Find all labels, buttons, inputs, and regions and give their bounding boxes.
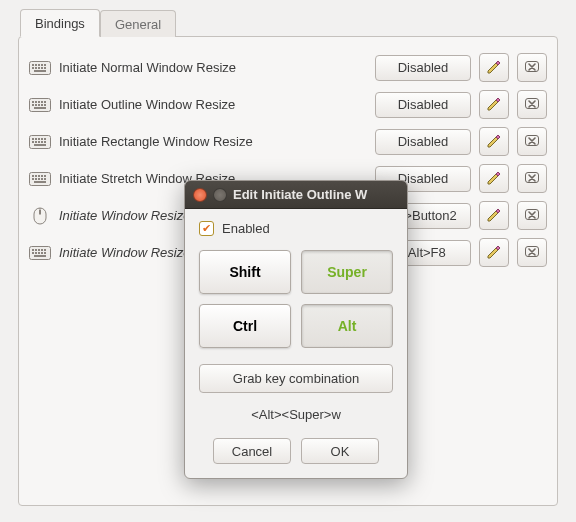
dialog-title: Edit Initiate Outline W — [233, 187, 367, 202]
clear-binding-button[interactable] — [517, 127, 547, 156]
svg-rect-24 — [34, 107, 46, 109]
svg-rect-18 — [44, 101, 46, 103]
edit-binding-button[interactable] — [479, 201, 509, 230]
svg-rect-45 — [32, 178, 34, 180]
enabled-checkbox[interactable]: ✔ — [199, 221, 214, 236]
modifier-ctrl-button[interactable]: Ctrl — [199, 304, 291, 348]
clear-binding-button[interactable] — [517, 53, 547, 82]
svg-rect-66 — [44, 252, 46, 254]
pencil-icon — [486, 58, 502, 77]
svg-rect-15 — [35, 101, 37, 103]
edit-binding-button[interactable] — [479, 238, 509, 267]
svg-rect-43 — [41, 175, 43, 177]
pencil-icon — [486, 132, 502, 151]
svg-rect-36 — [44, 141, 46, 143]
svg-rect-58 — [35, 249, 37, 251]
edit-binding-button[interactable] — [479, 53, 509, 82]
binding-row: Initiate Outline Window ResizeDisabled — [29, 86, 547, 123]
tab-bindings[interactable]: Bindings — [20, 9, 100, 37]
svg-rect-42 — [38, 175, 40, 177]
pencil-icon — [486, 169, 502, 188]
svg-rect-31 — [44, 138, 46, 140]
edit-binding-button[interactable] — [479, 164, 509, 193]
keyboard-icon — [29, 133, 51, 151]
binding-row: Initiate Rectangle Window ResizeDisabled — [29, 123, 547, 160]
cancel-button[interactable]: Cancel — [213, 438, 291, 464]
svg-rect-27 — [32, 138, 34, 140]
clear-binding-button[interactable] — [517, 90, 547, 119]
clear-icon — [524, 58, 540, 77]
ok-button[interactable]: OK — [301, 438, 379, 464]
binding-label: Initiate Normal Window Resize — [59, 60, 367, 75]
dialog-titlebar: Edit Initiate Outline W — [185, 181, 407, 209]
clear-binding-button[interactable] — [517, 238, 547, 267]
svg-rect-33 — [35, 141, 37, 143]
dialog-body: ✔ Enabled Shift Super Ctrl Alt Grab key … — [185, 209, 407, 478]
svg-rect-23 — [44, 104, 46, 106]
svg-rect-22 — [41, 104, 43, 106]
tab-general[interactable]: General — [100, 10, 176, 37]
svg-rect-54 — [39, 210, 41, 214]
binding-value-button[interactable]: Disabled — [375, 92, 471, 118]
svg-rect-30 — [41, 138, 43, 140]
svg-rect-41 — [35, 175, 37, 177]
edit-binding-button[interactable] — [479, 90, 509, 119]
clear-icon — [524, 243, 540, 262]
svg-rect-35 — [41, 141, 43, 143]
keyboard-icon — [29, 59, 51, 77]
key-combination-display: <Alt><Super>w — [199, 407, 393, 422]
svg-rect-2 — [35, 64, 37, 66]
svg-rect-64 — [38, 252, 40, 254]
svg-rect-37 — [34, 144, 46, 146]
edit-binding-button[interactable] — [479, 127, 509, 156]
svg-rect-10 — [44, 67, 46, 69]
binding-label: Initiate Outline Window Resize — [59, 97, 367, 112]
svg-rect-46 — [35, 178, 37, 180]
svg-rect-9 — [41, 67, 43, 69]
binding-value-button[interactable]: Disabled — [375, 129, 471, 155]
svg-rect-17 — [41, 101, 43, 103]
keyboard-icon — [29, 96, 51, 114]
keyboard-icon — [29, 244, 51, 262]
modifier-super-button[interactable]: Super — [301, 250, 393, 294]
svg-rect-19 — [32, 104, 34, 106]
svg-rect-8 — [38, 67, 40, 69]
svg-rect-5 — [44, 64, 46, 66]
clear-binding-button[interactable] — [517, 164, 547, 193]
svg-rect-16 — [38, 101, 40, 103]
close-icon[interactable] — [193, 188, 207, 202]
svg-rect-50 — [34, 181, 46, 183]
svg-rect-48 — [41, 178, 43, 180]
clear-icon — [524, 95, 540, 114]
svg-rect-49 — [44, 178, 46, 180]
svg-rect-60 — [41, 249, 43, 251]
svg-rect-57 — [32, 249, 34, 251]
svg-rect-63 — [35, 252, 37, 254]
grab-key-button[interactable]: Grab key combination — [199, 364, 393, 393]
pencil-icon — [486, 206, 502, 225]
svg-rect-14 — [32, 101, 34, 103]
mouse-icon — [29, 207, 51, 225]
svg-rect-65 — [41, 252, 43, 254]
modifier-alt-button[interactable]: Alt — [301, 304, 393, 348]
pencil-icon — [486, 95, 502, 114]
svg-rect-4 — [41, 64, 43, 66]
svg-rect-1 — [32, 64, 34, 66]
binding-value-button[interactable]: Disabled — [375, 55, 471, 81]
svg-rect-40 — [32, 175, 34, 177]
svg-rect-11 — [34, 70, 46, 72]
svg-rect-21 — [38, 104, 40, 106]
minimize-icon[interactable] — [213, 188, 227, 202]
svg-rect-28 — [35, 138, 37, 140]
binding-label: Initiate Rectangle Window Resize — [59, 134, 367, 149]
modifier-shift-button[interactable]: Shift — [199, 250, 291, 294]
clear-binding-button[interactable] — [517, 201, 547, 230]
svg-rect-34 — [38, 141, 40, 143]
svg-rect-62 — [32, 252, 34, 254]
clear-icon — [524, 206, 540, 225]
tab-bar: Bindings General — [0, 0, 576, 36]
svg-rect-59 — [38, 249, 40, 251]
svg-rect-20 — [35, 104, 37, 106]
svg-rect-7 — [35, 67, 37, 69]
clear-icon — [524, 169, 540, 188]
